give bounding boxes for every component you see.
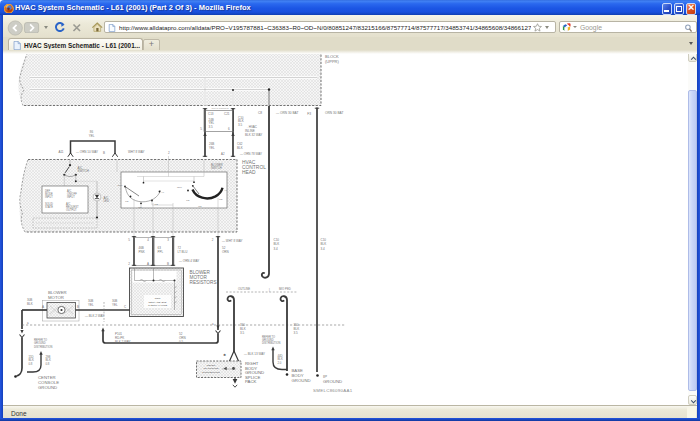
svg-text:C10: C10 [274,238,280,242]
svg-text:OFF: OFF [177,186,182,189]
svg-text:THERMAL FUSE: THERMAL FUSE [148,304,168,307]
svg-text:INPUT: INPUT [67,195,75,199]
svg-text:DISTRIBUTION: DISTRIBUTION [262,341,280,345]
svg-text:B: B [103,151,105,155]
svg-text:GROUND: GROUND [292,378,311,383]
svg-text:OFF: OFF [118,184,123,187]
svg-text:— WHT 8 WAY: — WHT 8 WAY [222,239,242,243]
svg-text:REFER TO: REFER TO [262,335,275,339]
svg-text:✱: ✱ [223,353,226,357]
svg-text:PPL: PPL [158,250,164,254]
svg-text:OUTPUT: OUTPUT [66,208,77,212]
svg-text:5: 5 [128,238,130,242]
svg-text:REFER TO: REFER TO [34,338,47,342]
svg-text:3.5: 3.5 [209,125,214,129]
svg-text:B: B [77,305,79,309]
svg-text:BLK 32 WAY: BLK 32 WAY [245,133,262,137]
svg-text:(UPPR): (UPPR) [325,59,339,64]
svg-text:INPUT: INPUT [45,195,53,199]
svg-text:A11: A11 [58,150,63,154]
svg-text:REPLACEABLE: REPLACEABLE [148,301,166,304]
svg-text:STATE: STATE [45,205,53,209]
svg-text:WHT 8 WAY: WHT 8 WAY [128,150,145,154]
svg-text:HEAD: HEAD [242,170,256,175]
svg-text:a: a [27,321,29,325]
svg-text:LED: LED [104,199,110,203]
svg-text:SWITCH: SWITCH [211,166,222,170]
svg-text:3.5: 3.5 [240,331,245,335]
svg-text:ORN: ORN [222,250,229,254]
svg-text:BLK: BLK [27,302,33,306]
svg-text:M1: M1 [198,205,202,208]
svg-text:5: 5 [200,127,202,131]
svg-text:3.4: 3.4 [321,247,326,251]
svg-text:YEL: YEL [89,134,95,138]
svg-text:A: A [42,305,44,309]
svg-text:MOTOR: MOTOR [48,295,64,300]
svg-text:0.5: 0.5 [179,340,184,344]
svg-text:GROUND: GROUND [34,341,46,345]
svg-text:M2: M2 [155,203,159,206]
svg-text:PACK: PACK [245,379,257,384]
svg-text:C8: C8 [258,111,262,115]
svg-text:M1: M1 [138,206,142,209]
svg-text:C13: C13 [208,112,214,116]
svg-text:3: 3 [167,238,169,242]
svg-text:— ORN 78 WAY: — ORN 78 WAY [240,152,262,156]
svg-text:LO: LO [186,199,189,202]
svg-text:2: 2 [168,151,170,155]
svg-text:4: 4 [147,238,149,242]
svg-text:C21: C21 [224,112,230,116]
svg-text:— ORN 10 WAY: — ORN 10 WAY [76,150,98,154]
svg-text:GROUND: GROUND [262,338,274,342]
svg-text:HI: HI [225,189,228,192]
svg-text:2.0: 2.0 [278,361,282,365]
svg-text:SWITCH: SWITCH [78,169,89,173]
svg-text:M/O PED: M/O PED [279,287,291,291]
svg-text:RUN IN CONSOLE: RUN IN CONSOLE [211,107,229,109]
svg-text:SMELC86090AA1: SMELC86090AA1 [313,388,353,393]
svg-text:— BLK 13 WAY: — BLK 13 WAY [244,352,265,356]
svg-text:LO: LO [125,200,128,203]
svg-text:BLOWER: BLOWER [211,163,223,167]
svg-text:HI: HI [162,191,165,194]
svg-text:2: 2 [212,238,214,242]
svg-text:F3: F3 [307,112,311,116]
svg-text:DISTRIBUTION: DISTRIBUTION [34,345,52,349]
svg-text:— ORN 4 WAY: — ORN 4 WAY [179,259,199,263]
svg-text:0.8: 0.8 [29,362,33,366]
svg-text:ORN 30 BAT: ORN 30 BAT [325,111,343,115]
svg-text:2: 2 [128,262,130,266]
svg-text:BLK: BLK [274,242,280,246]
svg-text:YEL: YEL [209,146,215,150]
svg-text:— BLK 2 WAY: — BLK 2 WAY [85,314,104,318]
svg-text:GROUND: GROUND [323,379,342,384]
svg-text:— ORN 30 BAT: — ORN 30 BAT [276,111,298,115]
svg-text:YEL: YEL [112,303,118,307]
svg-text:a: a [212,322,214,326]
svg-text:PNK: PNK [139,250,145,254]
svg-text:|: | [269,288,270,292]
svg-text:YEL: YEL [88,303,94,307]
svg-text:3.4: 3.4 [274,247,279,251]
svg-text:NON: NON [155,297,161,300]
svg-text:0.8: 0.8 [46,362,50,366]
svg-text:A: A [147,262,149,266]
svg-text:M2: M2 [219,198,223,201]
svg-text:B: B [167,262,169,266]
svg-text:3.5: 3.5 [294,331,299,335]
svg-text:RESISTORS: RESISTORS [190,280,217,285]
svg-text:OUTLINE: OUTLINE [238,287,250,291]
svg-text:3.5: 3.5 [238,123,243,127]
svg-text:BLK: BLK [321,242,327,246]
svg-text:C: C [124,305,127,309]
svg-text:C10: C10 [321,238,327,242]
svg-text:GROUND: GROUND [38,385,57,390]
svg-text:DISTRIBUTION: DISTRIBUTION [202,371,220,374]
svg-text:LT BLU: LT BLU [178,250,188,254]
svg-text:BLK: BLK [237,146,243,150]
svg-text:A2: A2 [221,152,225,156]
svg-text:BLK 2 WAY: BLK 2 WAY [115,340,131,344]
